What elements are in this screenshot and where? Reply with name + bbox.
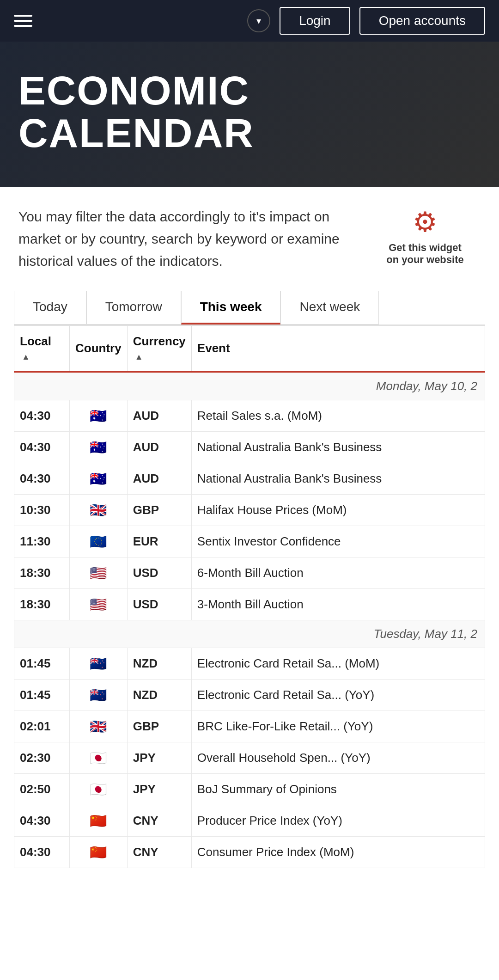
flag-icon: 🇳🇿 [90,656,107,671]
cell-time: 04:30 [14,400,70,431]
table-row[interactable]: 04:30🇦🇺AUDRetail Sales s.a. (MoM) [14,400,485,431]
table-row[interactable]: 04:30🇦🇺AUDNational Australia Bank's Busi… [14,431,485,463]
widget-promo[interactable]: ⚙ Get this widget on your website [370,206,481,266]
flag-icon: 🇺🇸 [90,565,107,581]
col-header-country[interactable]: Country [70,325,128,372]
cell-event: National Australia Bank's Business [191,431,485,463]
cell-country-flag: 🇺🇸 [70,588,128,620]
cell-time: 04:30 [14,805,70,836]
cell-currency: AUD [127,431,191,463]
cell-time: 02:30 [14,742,70,773]
cell-country-flag: 🇬🇧 [70,494,128,526]
flag-icon: 🇪🇺 [90,534,107,549]
table-row[interactable]: 04:30🇨🇳CNYConsumer Price Index (MoM) [14,836,485,868]
flag-icon: 🇳🇿 [90,687,107,703]
flag-icon: 🇦🇺 [90,440,107,455]
tab-bar: Today Tomorrow This week Next week [14,291,485,325]
cell-event: Overall Household Spen... (YoY) [191,742,485,773]
tab-this-week[interactable]: This week [181,291,281,325]
cell-time: 18:30 [14,557,70,588]
cell-currency: EUR [127,526,191,557]
col-header-local[interactable]: Local ▲ [14,325,70,372]
cell-currency: NZD [127,679,191,710]
cell-event: National Australia Bank's Business [191,463,485,494]
flag-icon: 🇯🇵 [90,782,107,797]
cell-time: 01:45 [14,679,70,710]
flag-icon: 🇨🇳 [90,813,107,828]
flag-icon: 🇬🇧 [90,719,107,734]
cell-country-flag: 🇦🇺 [70,463,128,494]
cell-event: Electronic Card Retail Sa... (YoY) [191,679,485,710]
table-row[interactable]: 01:45🇳🇿NZDElectronic Card Retail Sa... (… [14,648,485,679]
cell-country-flag: 🇬🇧 [70,710,128,742]
flag-icon: 🇦🇺 [90,408,107,423]
cell-event: Producer Price Index (YoY) [191,805,485,836]
flag-icon: 🇬🇧 [90,502,107,518]
calendar-table: Local ▲ Country Currency ▲ Event Monday,… [14,325,485,868]
col-header-event: Event [191,325,485,372]
cell-country-flag: 🇨🇳 [70,836,128,868]
page-title: ECONOMICCALENDAR [18,69,481,155]
flag-icon: 🇦🇺 [90,471,107,486]
cell-country-flag: 🇪🇺 [70,526,128,557]
chevron-down-icon: ▾ [256,15,261,26]
cell-country-flag: 🇯🇵 [70,773,128,805]
table-row[interactable]: 11:30🇪🇺EURSentix Investor Confidence [14,526,485,557]
login-button[interactable]: Login [280,7,350,35]
cell-event: BoJ Summary of Opinions [191,773,485,805]
cell-time: 18:30 [14,588,70,620]
cell-country-flag: 🇦🇺 [70,400,128,431]
tab-next-week[interactable]: Next week [280,291,379,325]
cell-currency: JPY [127,742,191,773]
widget-promo-text: Get this widget on your website [386,242,463,266]
cell-currency: JPY [127,773,191,805]
cell-country-flag: 🇳🇿 [70,679,128,710]
cell-currency: AUD [127,400,191,431]
cell-event: 3-Month Bill Auction [191,588,485,620]
col-header-currency[interactable]: Currency ▲ [127,325,191,372]
cell-currency: NZD [127,648,191,679]
cell-currency: USD [127,557,191,588]
cell-event: Retail Sales s.a. (MoM) [191,400,485,431]
flag-icon: 🇨🇳 [90,845,107,860]
cell-time: 04:30 [14,463,70,494]
cell-currency: CNY [127,805,191,836]
cell-country-flag: 🇨🇳 [70,805,128,836]
cell-event: Sentix Investor Confidence [191,526,485,557]
sort-arrow-currency: ▲ [135,352,143,362]
table-row[interactable]: 02:01🇬🇧GBPBRC Like-For-Like Retail... (Y… [14,710,485,742]
cell-country-flag: 🇳🇿 [70,648,128,679]
cell-country-flag: 🇺🇸 [70,557,128,588]
header: ▾ Login Open accounts [0,0,499,42]
cell-country-flag: 🇯🇵 [70,742,128,773]
description-section: You may filter the data accordingly to i… [0,187,499,282]
description-text: You may filter the data accordingly to i… [18,206,356,272]
open-accounts-button[interactable]: Open accounts [359,7,485,35]
flag-icon: 🇺🇸 [90,597,107,612]
date-header-row: Monday, May 10, 2 [14,372,485,400]
sort-arrow-local: ▲ [22,352,30,362]
table-row[interactable]: 04:30🇦🇺AUDNational Australia Bank's Busi… [14,463,485,494]
cell-time: 04:30 [14,836,70,868]
table-row[interactable]: 02:30🇯🇵JPYOverall Household Spen... (YoY… [14,742,485,773]
cell-currency: CNY [127,836,191,868]
table-row[interactable]: 01:45🇳🇿NZDElectronic Card Retail Sa... (… [14,679,485,710]
cell-event: Electronic Card Retail Sa... (MoM) [191,648,485,679]
hero-section: ECONOMICCALENDAR [0,42,499,187]
table-row[interactable]: 02:50🇯🇵JPYBoJ Summary of Opinions [14,773,485,805]
table-row[interactable]: 10:30🇬🇧GBPHalifax House Prices (MoM) [14,494,485,526]
cell-time: 02:50 [14,773,70,805]
table-row[interactable]: 04:30🇨🇳CNYProducer Price Index (YoY) [14,805,485,836]
dropdown-button[interactable]: ▾ [247,9,270,32]
hamburger-menu-icon[interactable] [14,15,32,27]
flag-icon: 🇯🇵 [90,750,107,766]
cell-event: Halifax House Prices (MoM) [191,494,485,526]
cell-event: BRC Like-For-Like Retail... (YoY) [191,710,485,742]
cell-event: Consumer Price Index (MoM) [191,836,485,868]
table-row[interactable]: 18:30🇺🇸USD6-Month Bill Auction [14,557,485,588]
tab-tomorrow[interactable]: Tomorrow [86,291,181,325]
gear-icon: ⚙ [413,206,438,238]
cell-currency: AUD [127,463,191,494]
tab-today[interactable]: Today [14,291,86,325]
table-row[interactable]: 18:30🇺🇸USD3-Month Bill Auction [14,588,485,620]
